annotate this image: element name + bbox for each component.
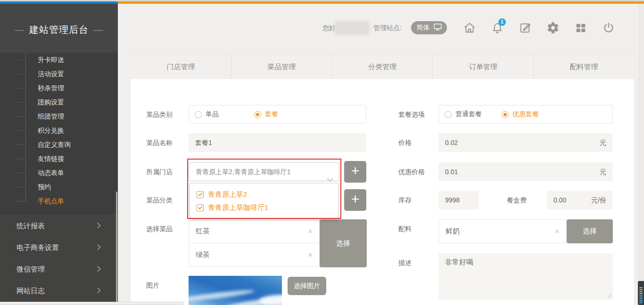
store-option-1[interactable]: 青青原上草2 (190, 188, 338, 201)
sidebar-item-custom-query[interactable]: 自定义查询 (0, 137, 118, 152)
box-fee-value: 0.00 (553, 191, 566, 209)
choose-image-button[interactable]: 选择图片 (288, 277, 326, 295)
description-value: 非常好喝 (445, 258, 473, 266)
cloud-decoration (189, 288, 255, 303)
stock-value: 9998 (445, 191, 460, 209)
dish-classify-label: 菜品分类 (146, 191, 173, 209)
dish-name-value: 套餐1 (195, 133, 212, 152)
radio-combo-dish[interactable] (254, 111, 261, 118)
tab-ingredient-management[interactable]: 配料管理 (534, 55, 634, 79)
apps-grid-icon[interactable] (574, 21, 587, 34)
sidebar-group-stats[interactable]: 统计报表 (0, 215, 118, 236)
radio-single-dish[interactable] (195, 111, 202, 118)
radio-normal-combo-label[interactable]: 普通套餐 (455, 110, 482, 119)
gear-icon[interactable] (546, 21, 560, 34)
sidebar-item-card-gift[interactable]: 升卡即送 (0, 53, 118, 67)
description-textarea[interactable]: 非常好喝 (438, 253, 613, 300)
app-title-text: 建站管理后台 (29, 24, 89, 35)
title-decor-left: — (15, 24, 25, 35)
sidebar-item-mobile-ordering[interactable]: 手机点单 (0, 194, 118, 208)
box-fee-unit: 元/份 (591, 191, 606, 209)
sidebar-item-label: 升卡即送 (38, 56, 64, 64)
select-ingredient-button[interactable]: 选择 (567, 219, 613, 243)
radio-combo-dish-label[interactable]: 套餐 (265, 110, 278, 119)
sidebar-scrollbar-thumb[interactable] (116, 192, 117, 302)
sidebar-item-label: 团购设置 (38, 98, 64, 106)
meter-dash (639, 298, 643, 299)
store-option-2[interactable]: 青青原上草咖啡厅1 (190, 201, 338, 214)
radio-discount-combo[interactable] (502, 111, 509, 118)
remove-icon[interactable]: × (308, 227, 313, 236)
store-option-label: 青青原上草咖啡厅1 (208, 203, 268, 212)
sidebar-item-label: 活动设置 (38, 70, 64, 78)
store-select-value: 青青原上草2,青青原上草咖啡厅1 (196, 168, 290, 176)
meter-dash (639, 297, 643, 297)
cloud-decoration (259, 295, 282, 305)
compose-icon[interactable] (519, 21, 532, 34)
ingredient-input[interactable]: 鲜奶 × (438, 219, 567, 243)
sidebar-group-wechat[interactable]: 微信管理 (0, 258, 118, 280)
sidebar-item-label: 秒杀管理 (38, 84, 64, 92)
checkbox-checked-icon[interactable] (197, 204, 204, 211)
tab-order-management[interactable]: 订单管理 (433, 55, 534, 79)
module-tabbar: 门店管理 菜品管理 分类管理 订单管理 配料管理 (131, 54, 634, 79)
select-dish-button[interactable]: 选择 (320, 219, 367, 267)
username-redacted (336, 22, 368, 34)
add-classify-button[interactable]: + (344, 189, 366, 211)
radio-single-dish-label[interactable]: 单品 (206, 110, 219, 119)
chevron-right-icon (95, 244, 101, 250)
remove-icon[interactable]: × (555, 227, 560, 236)
discount-price-input[interactable]: 0.01 元 (438, 162, 613, 181)
price-label: 价格 (398, 133, 412, 152)
meter-dash (639, 293, 643, 294)
radio-discount-combo-label[interactable]: 优惠套餐 (512, 110, 539, 119)
sidebar-item-label: 自定义查询 (38, 141, 71, 148)
sidebar-item-activity-settings[interactable]: 活动设置 (0, 67, 118, 81)
select-dish-label: 选择菜品 (146, 219, 173, 238)
sidebar-item-links[interactable]: 友情链接 (0, 152, 118, 166)
store-select[interactable]: 青青原上草2,青青原上草咖啡厅1 (189, 162, 339, 181)
greeting-text: 您好 (322, 24, 336, 32)
price-input[interactable]: 0.02 元 (438, 133, 613, 152)
sidebar-group-label: 统计报表 (17, 222, 45, 230)
tab-category-management[interactable]: 分类管理 (332, 55, 433, 79)
add-store-button[interactable]: + (344, 161, 366, 183)
sidebar-item-points[interactable]: 积分兑换 (0, 123, 118, 137)
sidebar-item-label: 积分兑换 (38, 127, 64, 134)
price-unit: 元 (600, 133, 606, 152)
tree-tick (17, 102, 26, 103)
box-fee-input[interactable]: 0.00 元/份 (547, 191, 613, 209)
horizontal-scrollbar-thumb[interactable] (0, 302, 184, 305)
stock-input[interactable]: 9998 (438, 191, 479, 209)
combo-option-radiogroup: 普通套餐 优惠套餐 (438, 105, 613, 124)
sidebar-item-groupbuy[interactable]: 团购设置 (0, 95, 118, 109)
tree-tick (17, 88, 26, 88)
description-label: 描述 (398, 253, 412, 272)
dish-name-input[interactable]: 套餐1 (189, 133, 366, 152)
power-icon[interactable] (602, 21, 615, 34)
meter-dash (639, 289, 643, 290)
resize-handle-icon[interactable] (607, 291, 611, 299)
dish-item-row: 红茶 × (189, 219, 320, 243)
sidebar-item-flashsale[interactable]: 秒杀管理 (0, 81, 118, 95)
tree-tick (17, 116, 26, 117)
corner-meter-widget[interactable] (638, 281, 644, 305)
store-dropdown-panel: 青青原上草2 青青原上草咖啡厅1 (190, 183, 339, 219)
tab-dish-management[interactable]: 菜品管理 (231, 55, 332, 79)
page-vertical-scrollbar-track[interactable] (639, 4, 644, 302)
tab-store-management[interactable]: 门店管理 (131, 55, 231, 79)
sidebar-item-dynamic-form[interactable]: 动态表单 (0, 166, 118, 180)
language-pill[interactable]: 简体 (411, 21, 447, 34)
meter-dash (639, 302, 643, 303)
radio-normal-combo[interactable] (445, 111, 452, 118)
sidebar-item-team[interactable]: 组团管理 (0, 109, 118, 123)
sidebar-item-booking[interactable]: 预约 (0, 180, 118, 194)
monitor-icon (434, 24, 442, 32)
sidebar-group-site-log[interactable]: 网站日志 (0, 280, 118, 301)
home-icon[interactable] (463, 21, 476, 34)
checkbox-checked-icon[interactable] (197, 191, 204, 198)
remove-icon[interactable]: × (308, 250, 313, 260)
sidebar-group-ecommerce[interactable]: 电子商务设置 (0, 236, 118, 258)
admin-screen: —建站管理后台— 升卡即送 活动设置 秒杀管理 团购设置 组团管理 积分兑换 自… (0, 0, 644, 305)
combo-option-label: 套餐选项 (398, 105, 425, 124)
